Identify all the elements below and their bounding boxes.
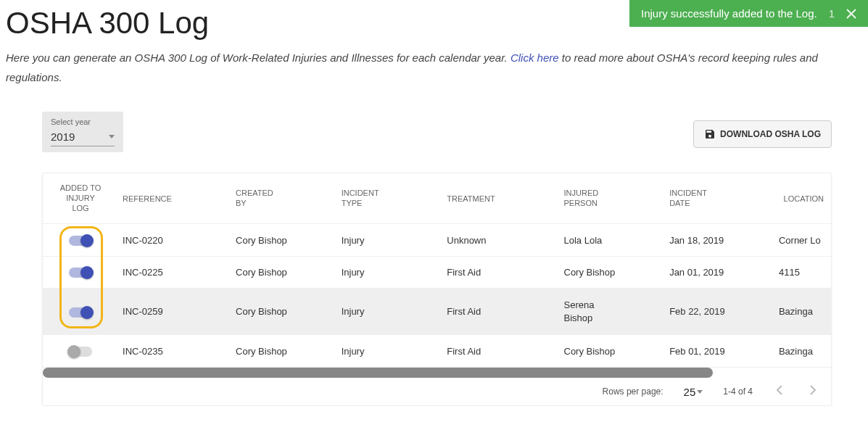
cell-created_by: Cory Bishop — [231, 289, 337, 335]
col-header-created-by: CREATEDBY — [231, 173, 337, 224]
toast-count: 1 — [829, 7, 835, 20]
rows-per-page-select[interactable]: 25 — [684, 386, 703, 398]
cell-location: 4115 — [774, 256, 831, 289]
cell-injured_person: Cory Bishop — [560, 256, 666, 289]
cell-treatment: First Aid — [442, 256, 559, 289]
cell-incident_type: Injury — [337, 224, 443, 257]
pagination: Rows per page: 25 1-4 of 4 — [43, 378, 831, 405]
download-button-label: DOWNLOAD OSHA LOG — [720, 129, 821, 139]
col-header-incident-type: INCIDENTTYPE — [337, 173, 443, 224]
scrollbar-thumb[interactable] — [43, 368, 713, 378]
cell-incident_date: Feb 01, 2019 — [665, 335, 774, 368]
year-select-label: Select year — [51, 117, 115, 126]
cell-treatment: First Aid — [442, 289, 559, 335]
toast-message: Injury successfully added to the Log. — [641, 7, 817, 20]
col-header-injured-person: INJUREDPERSON — [560, 173, 666, 224]
col-header-treatment: TREATMENT — [442, 173, 559, 224]
cell-incident_date: Jan 01, 2019 — [665, 256, 774, 289]
cell-injured_person: Cory Bishop — [560, 335, 666, 368]
cell-location: Corner Lo — [774, 224, 831, 257]
next-page-button[interactable] — [806, 385, 819, 398]
cell-injured_person: Lola Lola — [560, 224, 666, 257]
page-subtitle: Here you can generate an OSHA 300 Log of… — [6, 48, 862, 87]
cell-treatment: First Aid — [442, 335, 559, 368]
subtitle-text-prefix: Here you can generate an OSHA 300 Log of… — [6, 51, 511, 64]
cell-injured_person: SerenaBishop — [560, 289, 666, 335]
cell-reference: INC-0259 — [118, 289, 231, 335]
subtitle-link[interactable]: Click here — [511, 51, 559, 64]
osha-log-table: ADDED TOINJURYLOG REFERENCE CREATEDBY IN… — [42, 173, 832, 406]
table-row: INC-0259Cory BishopInjuryFirst AidSerena… — [43, 289, 831, 335]
cell-reference: INC-0220 — [118, 224, 231, 257]
close-icon[interactable] — [846, 9, 856, 19]
col-header-incident-date: INCIDENTDATE — [665, 173, 774, 224]
year-select-value: 2019 — [51, 131, 75, 143]
cell-incident_type: Injury — [337, 256, 443, 289]
added-to-log-toggle[interactable] — [69, 347, 92, 357]
pagination-range: 1-4 of 4 — [723, 386, 753, 397]
cell-reference: INC-0235 — [118, 335, 231, 368]
rows-per-page-label: Rows per page: — [603, 386, 664, 397]
col-header-reference: REFERENCE — [118, 173, 231, 224]
year-selector[interactable]: Select year 2019 — [42, 112, 123, 152]
chevron-down-icon — [109, 135, 115, 138]
toast-notification: Injury successfully added to the Log. 1 — [629, 0, 868, 27]
horizontal-scrollbar[interactable] — [43, 368, 831, 378]
added-to-log-toggle[interactable] — [69, 268, 92, 278]
cell-incident_date: Feb 22, 2019 — [665, 289, 774, 335]
cell-location: Bazinga — [774, 335, 831, 368]
cell-reference: INC-0225 — [118, 256, 231, 289]
cell-treatment: Unknown — [442, 224, 559, 257]
cell-created_by: Cory Bishop — [231, 256, 337, 289]
chevron-down-icon — [697, 390, 703, 394]
cell-created_by: Cory Bishop — [231, 224, 337, 257]
cell-incident_date: Jan 18, 2019 — [665, 224, 774, 257]
table-row: INC-0235Cory BishopInjuryFirst AidCory B… — [43, 335, 831, 368]
col-header-location: LOCATION — [774, 173, 831, 224]
col-header-added: ADDED TOINJURYLOG — [43, 173, 118, 224]
added-to-log-toggle[interactable] — [69, 307, 92, 318]
table-row: INC-0220Cory BishopInjuryUnknownLola Lol… — [43, 224, 831, 257]
cell-incident_type: Injury — [337, 289, 443, 335]
cell-location: Bazinga — [774, 289, 831, 335]
download-osha-log-button[interactable]: DOWNLOAD OSHA LOG — [693, 120, 832, 148]
table-row: INC-0225Cory BishopInjuryFirst AidCory B… — [43, 256, 831, 289]
cell-created_by: Cory Bishop — [231, 335, 337, 368]
cell-incident_type: Injury — [337, 335, 443, 368]
prev-page-button[interactable] — [773, 385, 786, 398]
save-icon — [704, 128, 716, 140]
added-to-log-toggle[interactable] — [69, 236, 92, 246]
